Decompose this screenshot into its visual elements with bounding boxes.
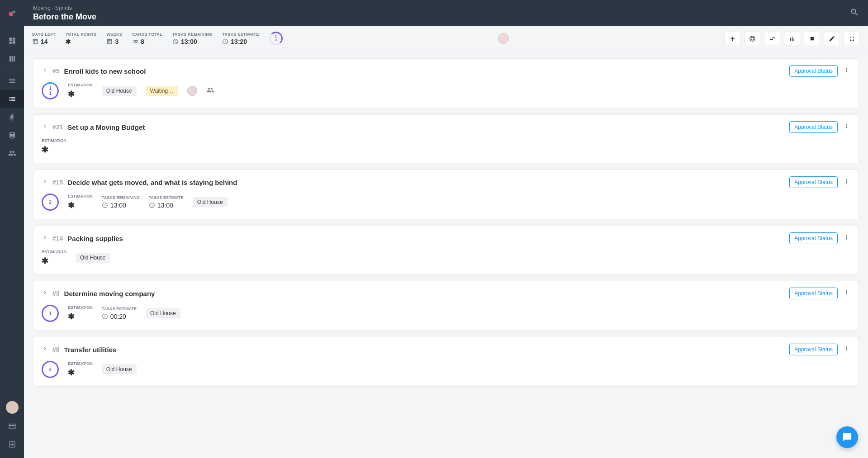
stat-tasks-remaining: TASKS REMAINING 13:00 — [172, 32, 212, 45]
schedule-icon — [222, 38, 228, 45]
expand-icon[interactable] — [42, 289, 48, 297]
svg-point-0 — [9, 12, 13, 16]
asterisk-icon: ✱ — [68, 312, 93, 321]
asterisk-icon: ✱ — [68, 368, 93, 378]
asterisk-icon: ✱ — [42, 145, 66, 155]
transfer-button[interactable] — [764, 32, 780, 45]
expand-icon[interactable] — [42, 345, 48, 354]
chat-button[interactable] — [836, 426, 858, 448]
nav-sprints[interactable] — [0, 108, 24, 126]
info-bar: DAYS LEFT 14 TOTAL POINTS ✱ WEEKS 3 CARD… — [24, 26, 868, 51]
approval-status-button[interactable]: Approval Status — [789, 288, 838, 299]
card-id: #21 — [52, 123, 63, 131]
more-icon[interactable] — [843, 289, 850, 297]
estimation-meta: ESTIMATION✱ — [68, 361, 93, 378]
fullscreen-button[interactable] — [844, 32, 860, 45]
tasks_estimate-meta: TASKS ESTIMATE00:20 — [102, 307, 137, 320]
card[interactable]: #8 Transfer utilities Approval Status 4E… — [33, 337, 859, 387]
progress-ring: 1 — [42, 305, 59, 322]
nav-billing[interactable] — [0, 417, 24, 435]
card-id: #14 — [52, 235, 63, 242]
asterisk-icon: ✱ — [66, 38, 97, 45]
content-area: #5 Enroll kids to new school Approval St… — [24, 51, 868, 458]
card-id: #3 — [52, 290, 60, 297]
progress-ring: 11 — [42, 82, 59, 99]
app-logo[interactable] — [3, 5, 21, 23]
card[interactable]: #21 Set up a Moving Budget Approval Stat… — [33, 114, 859, 163]
tag[interactable]: Old House — [76, 253, 110, 263]
estimation-meta: ESTIMATION✱ — [42, 138, 66, 155]
expand-icon[interactable] — [42, 67, 48, 75]
more-icon[interactable] — [843, 67, 850, 75]
card[interactable]: #14 Packing supplies Approval Status EST… — [33, 226, 859, 274]
asterisk-icon: ✱ — [68, 200, 93, 210]
card[interactable]: #15 Decide what gets moved, and what is … — [33, 170, 859, 219]
schedule-icon — [149, 202, 155, 208]
nav-team[interactable] — [0, 144, 24, 162]
estimation-meta: ESTIMATION✱ — [42, 250, 66, 266]
estimation-meta: ESTIMATION✱ — [68, 194, 93, 210]
asterisk-icon: ✱ — [42, 256, 66, 266]
stop-button[interactable] — [804, 32, 820, 45]
page-title: Before the Move — [33, 12, 96, 22]
card-id: #5 — [52, 67, 60, 75]
add-button[interactable] — [724, 32, 740, 45]
approval-status-button[interactable]: Approval Status — [789, 344, 838, 355]
more-icon[interactable] — [843, 123, 850, 131]
nav-menu[interactable] — [0, 72, 24, 90]
clock-icon — [102, 202, 108, 208]
stat-tasks-estimate: TASKS ESTIMATE 13:20 — [222, 32, 259, 45]
stat-cards-total: CARDS TOTAL 8 — [132, 32, 162, 45]
group-icon[interactable] — [206, 86, 214, 96]
tasks_remaining-meta: TASKS REMAINING13:00 — [102, 195, 140, 209]
card-title: Determine moving company — [64, 290, 155, 297]
card-id: #8 — [52, 346, 60, 353]
search-icon[interactable] — [850, 8, 859, 19]
assignee-avatar[interactable] — [187, 86, 197, 96]
card-title: Enroll kids to new school — [64, 67, 146, 75]
tag[interactable]: Old House — [102, 86, 137, 96]
stat-days-left: DAYS LEFT 14 — [32, 32, 56, 45]
expand-icon[interactable] — [42, 234, 48, 242]
nav-columns[interactable] — [0, 50, 24, 68]
chart-button[interactable] — [784, 32, 800, 45]
user-avatar[interactable] — [6, 401, 19, 414]
focus-button[interactable] — [744, 32, 760, 45]
estimation-meta: ESTIMATION✱ — [68, 83, 93, 99]
nav-storage[interactable] — [0, 126, 24, 144]
schedule-icon — [102, 313, 108, 320]
asterisk-icon: ✱ — [68, 89, 93, 99]
edit-button[interactable] — [824, 32, 840, 45]
expand-icon[interactable] — [42, 178, 48, 186]
card-id: #15 — [52, 179, 63, 186]
calendar-icon — [32, 38, 38, 45]
stat-total-points: TOTAL POINTS ✱ — [66, 32, 97, 45]
clock-icon — [172, 38, 179, 45]
sidebar — [0, 0, 24, 458]
tasks_estimate-meta: TASKS ESTIMATE13:00 — [149, 195, 184, 209]
card-title: Set up a Moving Budget — [67, 123, 145, 131]
more-icon[interactable] — [843, 345, 850, 354]
approval-status-button[interactable]: Approval Status — [789, 121, 838, 133]
nav-logout[interactable] — [0, 435, 24, 453]
assignee-avatar[interactable] — [498, 33, 509, 44]
tag[interactable]: Waiting Re… — [146, 86, 178, 96]
tag[interactable]: Old House — [146, 308, 180, 318]
breadcrumb[interactable]: Moving · Sprints — [33, 5, 96, 11]
expand-icon[interactable] — [42, 123, 48, 131]
estimation-meta: ESTIMATION✱ — [68, 305, 93, 321]
tag[interactable]: Old House — [102, 364, 137, 374]
topbar: Moving · Sprints Before the Move — [24, 0, 868, 26]
more-icon[interactable] — [843, 178, 850, 186]
tag[interactable]: Old House — [193, 197, 228, 207]
nav-list[interactable] — [0, 90, 24, 108]
calendar-icon — [106, 38, 113, 45]
stat-weeks: WEEKS 3 — [106, 32, 122, 45]
card[interactable]: #5 Enroll kids to new school Approval St… — [33, 58, 859, 108]
card[interactable]: #3 Determine moving company Approval Sta… — [33, 281, 859, 331]
approval-status-button[interactable]: Approval Status — [789, 65, 838, 77]
more-icon[interactable] — [843, 234, 850, 242]
nav-dashboard[interactable] — [0, 32, 24, 50]
approval-status-button[interactable]: Approval Status — [789, 176, 838, 188]
approval-status-button[interactable]: Approval Status — [789, 232, 838, 244]
